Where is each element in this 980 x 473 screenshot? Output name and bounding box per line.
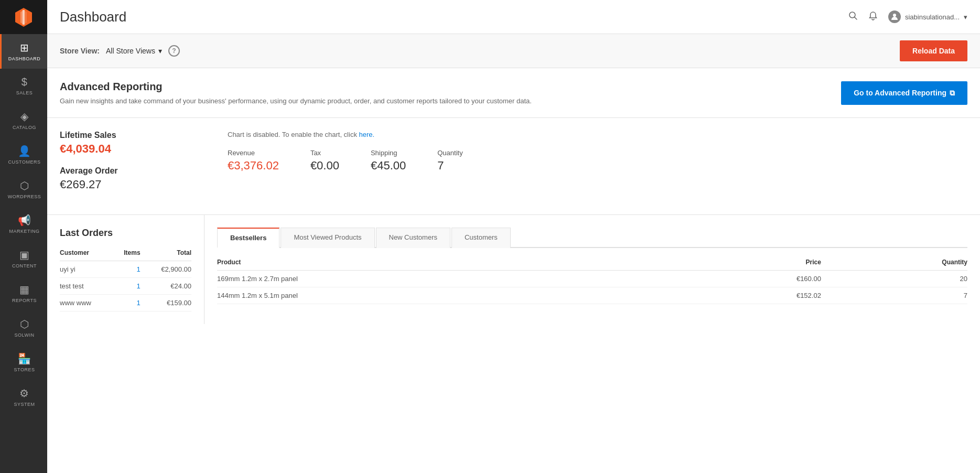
advanced-reporting-title: Advanced Reporting: [60, 81, 532, 93]
sidebar-item-content[interactable]: ▣ Content: [0, 241, 47, 276]
chart-enable-link[interactable]: here.: [359, 131, 375, 138]
dashboard-body: Advanced Reporting Gain new insights and…: [47, 68, 980, 473]
orders-col-total: Total: [141, 247, 191, 261]
search-icon[interactable]: [848, 11, 858, 23]
sidebar-item-label-solwin: Solwin: [15, 332, 35, 338]
tab-new-customers[interactable]: New Customers: [376, 228, 450, 248]
product-quantity: 20: [821, 271, 967, 287]
table-row: 169mm 1.2m x 2.7m panel €160.00 20: [217, 271, 967, 287]
sidebar-item-stores[interactable]: 🏪 Stores: [0, 345, 47, 380]
sidebar-item-label-dashboard: Dashboard: [8, 56, 41, 61]
sidebar-item-sales[interactable]: $ Sales: [0, 69, 47, 103]
wordpress-icon: ⬡: [20, 179, 29, 192]
sidebar-item-label-reports: Reports: [12, 298, 37, 303]
metric-shipping-value: €45.00: [371, 159, 406, 173]
sidebar-item-solwin[interactable]: ⬡ Solwin: [0, 310, 47, 345]
store-view-label: Store View:: [60, 47, 100, 55]
chart-disabled-message: Chart is disabled. To enable the chart, …: [228, 131, 967, 138]
marketing-icon: 📢: [18, 214, 31, 227]
products-col-quantity: Quantity: [821, 256, 967, 271]
user-avatar: [888, 10, 901, 23]
metric-quantity-label: Quantity: [437, 149, 462, 157]
svg-line-5: [854, 17, 857, 19]
goto-reporting-button[interactable]: Go to Advanced Reporting ⧉: [841, 81, 967, 105]
store-view-select[interactable]: All Store Views ▾: [106, 47, 162, 55]
sidebar-item-dashboard[interactable]: ⊞ Dashboard: [0, 34, 47, 69]
order-total: €2,900.00: [141, 261, 191, 278]
solwin-icon: ⬡: [20, 318, 29, 330]
metric-quantity-value: 7: [437, 159, 462, 173]
store-view-left: Store View: All Store Views ▾ ?: [60, 45, 180, 57]
sidebar-item-catalog[interactable]: ◈ Catalog: [0, 103, 47, 137]
metric-tax: Tax €0.00: [310, 149, 339, 173]
order-items: 1: [113, 261, 141, 278]
help-icon[interactable]: ?: [168, 45, 180, 57]
header-actions: siabinsulationad... ▾: [848, 10, 967, 23]
advanced-reporting-content: Advanced Reporting Gain new insights and…: [60, 81, 532, 105]
last-orders-section: Last Orders Customer Items Total uyi yi …: [47, 215, 204, 324]
order-customer: test test: [60, 278, 113, 295]
sidebar-item-label-catalog: Catalog: [13, 125, 36, 130]
tab-most-viewed-products[interactable]: Most Viewed Products: [281, 228, 374, 248]
product-price: €152.02: [680, 287, 821, 304]
user-menu[interactable]: siabinsulationad... ▾: [888, 10, 967, 23]
bell-icon[interactable]: [868, 11, 878, 23]
stores-icon: 🏪: [18, 352, 31, 365]
user-dropdown-icon[interactable]: ▾: [964, 13, 967, 21]
sidebar-item-label-customers: Customers: [8, 159, 41, 165]
metric-shipping-label: Shipping: [371, 149, 406, 157]
table-row: uyi yi 1 €2,900.00: [60, 261, 191, 278]
orders-table: Customer Items Total uyi yi 1 €2,900.00 …: [60, 247, 191, 311]
sidebar-item-label-marketing: Marketing: [9, 229, 39, 234]
tab-bestsellers[interactable]: Bestsellers: [217, 228, 279, 248]
tabs-bar: Bestsellers Most Viewed Products New Cus…: [217, 228, 967, 248]
table-row: 144mm 1.2m x 5.1m panel €152.02 7: [217, 287, 967, 304]
store-view-bar: Store View: All Store Views ▾ ? Reload D…: [47, 34, 980, 68]
dashboard-icon: ⊞: [20, 41, 29, 54]
order-items-link[interactable]: 1: [136, 282, 140, 290]
lifetime-sales-label: Lifetime Sales: [60, 131, 207, 140]
sidebar-item-customers[interactable]: 👤 Customers: [0, 137, 47, 172]
reload-data-button[interactable]: Reload Data: [900, 40, 967, 61]
product-quantity: 7: [821, 287, 967, 304]
order-items: 1: [113, 278, 141, 295]
table-row: www www 1 €159.00: [60, 295, 191, 311]
store-view-chevron-icon: ▾: [158, 47, 162, 55]
average-order-label: Average Order: [60, 166, 207, 176]
sidebar-item-marketing[interactable]: 📢 Marketing: [0, 207, 47, 241]
main-content: Dashboard: [47, 0, 980, 473]
sidebar-item-label-wordpress: Wordpress: [8, 194, 41, 199]
order-customer: www www: [60, 295, 113, 311]
sidebar-item-wordpress[interactable]: ⬡ Wordpress: [0, 172, 47, 207]
metric-revenue: Revenue €3,376.02: [228, 149, 279, 173]
order-items-link[interactable]: 1: [136, 299, 140, 307]
table-row: test test 1 €24.00: [60, 278, 191, 295]
lifetime-sales-value: €4,039.04: [60, 142, 207, 156]
lifetime-sales-block: Lifetime Sales €4,039.04: [60, 131, 207, 156]
sidebar-item-reports[interactable]: ▦ Reports: [0, 276, 47, 310]
product-price: €160.00: [680, 271, 821, 287]
metric-revenue-label: Revenue: [228, 149, 279, 157]
tab-customers[interactable]: Customers: [451, 228, 511, 248]
product-name: 169mm 1.2m x 2.7m panel: [217, 271, 680, 287]
sidebar-item-system[interactable]: ⚙ System: [0, 380, 47, 414]
orders-col-items: Items: [113, 247, 141, 261]
products-col-product: Product: [217, 256, 680, 271]
sidebar-item-label-content: Content: [12, 263, 37, 268]
user-name: siabinsulationad...: [905, 13, 960, 21]
system-icon: ⚙: [19, 387, 29, 400]
product-name: 144mm 1.2m x 5.1m panel: [217, 287, 680, 304]
tabs-section: Bestsellers Most Viewed Products New Cus…: [204, 215, 980, 324]
order-total: €159.00: [141, 295, 191, 311]
order-total: €24.00: [141, 278, 191, 295]
products-col-price: Price: [680, 256, 821, 271]
stats-right: Chart is disabled. To enable the chart, …: [228, 131, 967, 202]
bottom-section: Last Orders Customer Items Total uyi yi …: [47, 215, 980, 324]
sales-icon: $: [21, 76, 28, 88]
catalog-icon: ◈: [20, 110, 29, 123]
sidebar-item-label-stores: Stores: [14, 367, 35, 372]
metrics-row: Revenue €3,376.02 Tax €0.00 Shipping €45…: [228, 149, 967, 173]
page-title: Dashboard: [60, 9, 126, 25]
content-icon: ▣: [19, 249, 30, 261]
order-items-link[interactable]: 1: [136, 265, 140, 273]
